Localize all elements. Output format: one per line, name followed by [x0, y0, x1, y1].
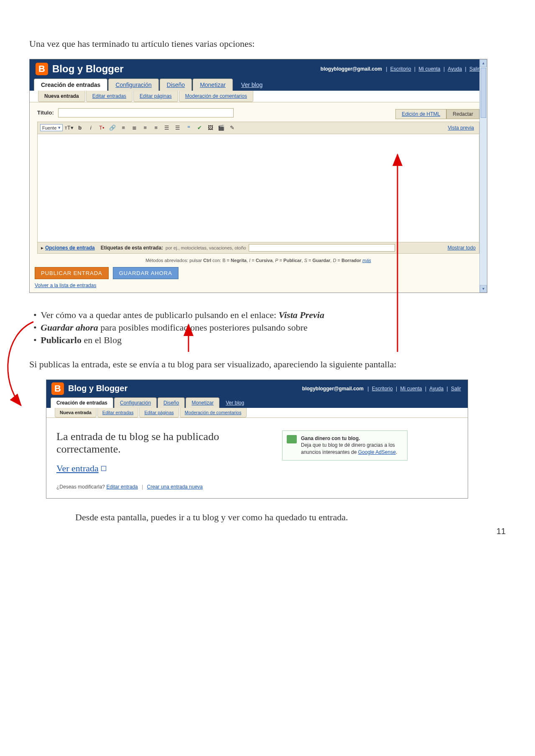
expand-arrow-icon[interactable]: ▸	[41, 245, 43, 251]
sep: |	[386, 66, 387, 72]
etiquetas-hint: por ej., motocicletas, vacaciones, otoño	[166, 245, 246, 250]
guardar-button[interactable]: GUARDAR AHORA	[113, 267, 178, 279]
blog-title: Blog y Blogger	[68, 384, 127, 393]
font-label: Fuente	[42, 125, 56, 130]
scrollbar-up-icon[interactable]: ▴	[480, 59, 487, 67]
editor-area: Título: Edición de HTML Redactar Fuente …	[30, 102, 487, 256]
ad-title: Gana dinero con tu blog.	[301, 435, 401, 442]
tab-diseno[interactable]: Diseño	[158, 397, 185, 408]
subtab-nueva-entrada[interactable]: Nueva entrada	[55, 408, 97, 417]
text-size-icon[interactable]: тT▾	[64, 124, 74, 132]
vista-previa-link[interactable]: Vista previa	[448, 125, 476, 131]
bullet2-em: Guardar ahora	[41, 322, 98, 333]
tab-monetizar[interactable]: Monetizar	[186, 397, 219, 408]
salir-link[interactable]: Salir	[451, 386, 461, 392]
align-center-icon[interactable]: ≣	[130, 124, 139, 132]
subtab-nueva-entrada[interactable]: Nueva entrada	[38, 91, 85, 102]
main-tabs-2: Creación de entradas Configuración Diseñ…	[46, 397, 468, 408]
options-list: Ver cómo va a quedar antes de publicarlo…	[29, 310, 506, 346]
modo-edicion-html[interactable]: Edición de HTML	[395, 109, 446, 119]
bold-icon[interactable]: b	[75, 124, 84, 132]
scrollbar-thumb[interactable]	[481, 68, 486, 118]
shortcuts-more-link[interactable]: más	[362, 258, 371, 263]
sep: |	[443, 66, 445, 72]
tab-verblog[interactable]: Ver blog	[234, 79, 270, 91]
blogger-logo-icon: B	[36, 63, 48, 75]
editor-body[interactable]	[37, 134, 479, 242]
image-icon[interactable]: 🖼	[206, 124, 215, 132]
micuenta-link[interactable]: Mi cuenta	[400, 386, 422, 392]
text-color-icon[interactable]: T▪	[97, 124, 106, 132]
salir-link[interactable]: Salir	[469, 66, 479, 72]
editar-entrada-link[interactable]: Editar entrada	[106, 484, 138, 490]
numbered-list-icon[interactable]: ☰	[162, 124, 171, 132]
sub-tabs: Nueva entrada Editar entradas Editar pág…	[30, 91, 487, 102]
sub-tabs-2: Nueva entrada Editar entradas Editar pág…	[46, 408, 468, 418]
subtab-moderacion[interactable]: Moderación de comentarios	[179, 91, 253, 102]
micuenta-link[interactable]: Mi cuenta	[419, 66, 441, 72]
subtab-editar-entradas[interactable]: Editar entradas	[97, 408, 139, 417]
browser-scrollbar[interactable]: ▴ ▾	[479, 59, 487, 293]
adsense-link[interactable]: Google AdSense	[358, 449, 396, 455]
adsense-promo: Gana dinero con tu blog. Deja que tu blo…	[282, 430, 408, 461]
tab-verblog[interactable]: Ver blog	[220, 398, 250, 408]
scrollbar-down-icon[interactable]: ▾	[480, 285, 487, 293]
subtab-editar-paginas[interactable]: Editar páginas	[139, 408, 178, 417]
volver-lista-link[interactable]: Volver a la lista de entradas	[30, 283, 487, 293]
italic-icon[interactable]: i	[86, 124, 95, 132]
current-user-email: blogyblogger@gmail.com	[321, 66, 382, 72]
tab-configuracion[interactable]: Configuración	[114, 397, 157, 408]
page-number: 11	[497, 527, 506, 536]
middle-text: Si publicas la entrada, este se envía a …	[29, 358, 506, 371]
publicar-button[interactable]: PUBLICAR ENTRADA	[35, 267, 109, 279]
closing-text: Desde esta pantalla, puedes ir a tu blog…	[75, 511, 506, 524]
tab-creacion[interactable]: Creación de entradas	[34, 79, 107, 91]
blockquote-icon[interactable]: ❝	[184, 124, 193, 132]
bullet2-post: para posibles modificaciones posteriores…	[98, 322, 308, 333]
video-icon[interactable]: 🎬	[217, 124, 226, 132]
bullet1-em: Vista Previa	[279, 310, 324, 320]
align-left-icon[interactable]: ≡	[119, 124, 128, 132]
crear-entrada-nueva-link[interactable]: Crear una entrada nueva	[147, 484, 203, 490]
align-right-icon[interactable]: ≡	[140, 124, 150, 132]
subtab-editar-paginas[interactable]: Editar páginas	[133, 91, 178, 102]
tab-diseno[interactable]: Diseño	[160, 79, 192, 91]
tab-configuracion[interactable]: Configuración	[108, 79, 158, 91]
ver-entrada-link[interactable]: Ver entrada	[56, 463, 106, 474]
ayuda-link[interactable]: Ayuda	[429, 386, 443, 392]
blogger-header-2: B Blog y Blogger blogyblogger@gmail.com …	[46, 380, 468, 397]
keyboard-shortcuts: Métodos abreviados: pulsar Ctrl con: B =…	[30, 256, 487, 265]
modify-line: ¿Deseas modificarla? Editar entrada | Cr…	[56, 484, 265, 490]
screenshot-published: B Blog y Blogger blogyblogger@gmail.com …	[46, 379, 468, 499]
eraser-icon[interactable]: ✎	[227, 124, 237, 132]
bullet3-bold: Publicarlo	[41, 335, 82, 345]
tab-monetizar[interactable]: Monetizar	[193, 79, 232, 91]
intro-text: Una vez que has terminado tu artículo ti…	[29, 38, 506, 51]
titulo-input[interactable]	[58, 108, 234, 117]
sep: |	[465, 66, 466, 72]
sep: |	[414, 66, 415, 72]
opciones-entrada-link[interactable]: Opciones de entrada	[45, 245, 95, 251]
published-area: La entrada de tu blog se ha publicado co…	[46, 418, 468, 498]
blog-title: Blog y Blogger	[52, 63, 124, 75]
entry-options-row: ▸ Opciones de entrada Etiquetas de esta …	[37, 242, 479, 254]
mostrar-todo-link[interactable]: Mostrar todo	[448, 245, 476, 251]
etiquetas-input[interactable]	[249, 244, 395, 252]
font-selector[interactable]: Fuente ▾	[40, 124, 63, 131]
subtab-editar-entradas[interactable]: Editar entradas	[86, 91, 132, 102]
money-icon	[287, 435, 297, 443]
titulo-label: Título:	[37, 109, 54, 116]
spellcheck-icon[interactable]: ✔	[195, 124, 204, 132]
bullet-list-icon[interactable]: ☰	[173, 124, 182, 132]
modo-redactar[interactable]: Redactar	[446, 109, 479, 119]
published-message: La entrada de tu blog se ha publicado co…	[56, 430, 265, 456]
align-justify-icon[interactable]: ≡	[151, 124, 160, 132]
escritorio-link[interactable]: Escritorio	[372, 386, 393, 392]
blogger-header: B Blog y Blogger blogyblogger@gmail.com …	[30, 59, 487, 79]
subtab-moderacion[interactable]: Moderación de comentarios	[180, 408, 247, 417]
escritorio-link[interactable]: Escritorio	[390, 66, 411, 72]
link-icon[interactable]: 🔗	[108, 124, 117, 132]
ayuda-link[interactable]: Ayuda	[448, 66, 462, 72]
chevron-down-icon: ▾	[58, 125, 61, 130]
tab-creacion[interactable]: Creación de entradas	[51, 397, 113, 408]
